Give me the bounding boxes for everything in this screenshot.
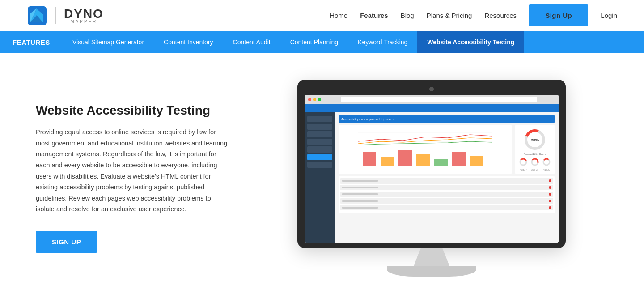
sidebar-item-3 [307, 131, 332, 137]
screen-sidebar [305, 112, 335, 243]
nav-features[interactable]: Features [360, 12, 388, 19]
page-description: Providing equal access to online service… [36, 127, 228, 215]
features-nav-content-inventory[interactable]: Content Inventory [154, 31, 223, 53]
dash-url-row: Accessibility - www.garernebigby.com/ [339, 115, 555, 123]
donut-value: 28% [531, 138, 539, 142]
metric-2: Aug 28 [531, 158, 539, 171]
features-bar-label: FEATURES [0, 31, 63, 53]
screen-main-area: Accessibility - www.garernebigby.com/ [335, 112, 559, 243]
accessibility-score-donut: 28% [524, 128, 546, 151]
logo-divider [55, 7, 56, 24]
issue-row-3 [340, 192, 553, 197]
issue-dot-2 [549, 186, 551, 189]
main-content: Website Accessibility Testing Providing … [0, 53, 644, 303]
dash-chart-area [339, 125, 512, 174]
issue-dot-3 [549, 193, 551, 196]
nav-login[interactable]: Login [601, 12, 617, 19]
browser-url-bar [341, 97, 537, 102]
issue-dot-4 [549, 200, 551, 202]
line-chart [340, 128, 510, 146]
sidebar-item-2 [307, 124, 332, 130]
dyno-logo-icon [27, 5, 47, 26]
issue-text-5 [342, 207, 378, 209]
monitor-screen: Accessibility - www.garernebigby.com/ [305, 95, 559, 243]
svg-rect-12 [398, 150, 412, 166]
features-nav-visual-sitemap[interactable]: Visual Sitemap Generator [63, 31, 154, 53]
issue-text-2 [342, 187, 378, 188]
monitor-camera-row [305, 87, 559, 91]
sidebar-item-5 [307, 146, 332, 153]
right-panel: Accessibility - www.garernebigby.com/ [255, 80, 608, 277]
monitor-stand-base [387, 266, 476, 277]
browser-maximize-dot [318, 98, 321, 101]
sidebar-item-accessibility [307, 154, 332, 160]
browser-minimize-dot [313, 98, 316, 101]
browser-chrome [305, 95, 559, 104]
sidebar-item-1 [307, 116, 332, 122]
score-label: Accessibility Score [524, 153, 546, 155]
dash-main-row: 28% Accessibility Score Aug 27 [339, 125, 555, 174]
features-bar: FEATURES Visual Sitemap Generator Conten… [0, 31, 644, 53]
svg-rect-11 [381, 157, 394, 166]
features-nav-keyword-tracking[interactable]: Keyword Tracking [348, 31, 417, 53]
app-nav-bar [305, 104, 559, 112]
issue-row-4 [340, 198, 553, 204]
main-nav: Home Features Blog Plans & Pricing Resou… [330, 4, 617, 26]
issue-dot-5 [549, 206, 551, 209]
dash-url-text: Accessibility - www.garernebigby.com/ [341, 118, 394, 121]
svg-rect-16 [470, 156, 483, 166]
svg-rect-15 [452, 152, 466, 166]
left-panel: Website Accessibility Testing Providing … [36, 103, 228, 253]
bar-chart [340, 148, 510, 170]
monitor-camera [429, 87, 434, 91]
features-nav: Visual Sitemap Generator Content Invento… [63, 31, 644, 53]
issue-text-3 [342, 193, 378, 195]
nav-resources[interactable]: Resources [484, 12, 517, 19]
svg-rect-13 [416, 154, 430, 166]
nav-home[interactable]: Home [330, 12, 347, 19]
issue-text-1 [342, 180, 378, 182]
signup-button[interactable]: SIGN UP [36, 231, 97, 253]
page-title: Website Accessibility Testing [36, 103, 228, 118]
svg-rect-14 [434, 159, 448, 166]
issue-text-4 [342, 200, 378, 202]
dash-issues-list [339, 176, 555, 213]
nav-sign-up[interactable]: Sign Up [529, 4, 588, 26]
issue-row-2 [340, 185, 553, 190]
monitor-frame: Accessibility - www.garernebigby.com/ [297, 80, 566, 248]
features-nav-website-accessibility[interactable]: Website Accessibility Testing [417, 31, 524, 53]
logo-wordmark: DYNO MAPPER [64, 7, 104, 24]
issue-dot-1 [549, 179, 551, 182]
monitor-stand-neck [414, 248, 449, 266]
logo[interactable]: DYNO MAPPER [27, 5, 104, 26]
metric-1: Aug 27 [519, 158, 527, 171]
site-header: DYNO MAPPER Home Features Blog Plans & P… [0, 0, 644, 31]
monitor-illustration: Accessibility - www.garernebigby.com/ [297, 80, 566, 277]
svg-rect-10 [363, 152, 376, 166]
features-nav-content-planning[interactable]: Content Planning [280, 31, 348, 53]
issue-row-5 [340, 205, 553, 210]
issue-row-1 [340, 178, 553, 184]
sidebar-item-4 [307, 139, 332, 145]
nav-plans-pricing[interactable]: Plans & Pricing [427, 12, 472, 19]
dash-score-area: 28% Accessibility Score Aug 27 [515, 125, 555, 174]
metric-circles: Aug 27 Aug 28 [519, 158, 551, 171]
browser-close-dot [308, 98, 311, 101]
sidebar-item-6 [307, 162, 332, 168]
features-nav-content-audit[interactable]: Content Audit [223, 31, 280, 53]
screen-content-area: Accessibility - www.garernebigby.com/ [305, 112, 559, 243]
screen-dashboard: Accessibility - www.garernebigby.com/ [335, 112, 559, 217]
nav-blog[interactable]: Blog [401, 12, 414, 19]
metric-3: Aug 29 [542, 158, 551, 171]
